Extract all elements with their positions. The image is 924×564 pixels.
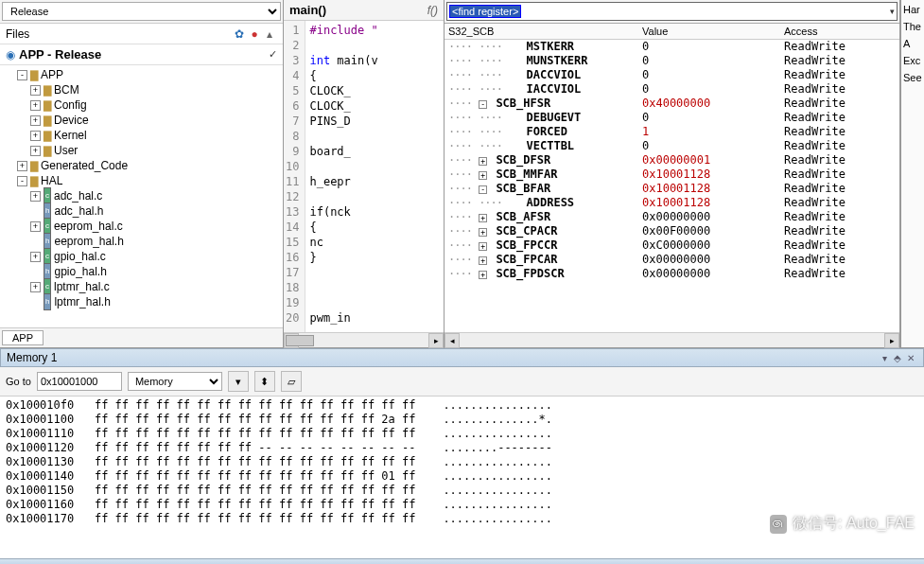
tree-item[interactable]: hlptmr_hal.h [4, 294, 279, 309]
reg-toggle[interactable]: - [479, 185, 487, 194]
tree-toggle[interactable]: + [30, 115, 41, 126]
register-row[interactable]: ···· + SCB_FPCAR0x00000000ReadWrite [445, 253, 899, 267]
folder-icon: ▇ [44, 82, 51, 97]
tree-item[interactable]: -▇APP [4, 67, 279, 82]
register-row[interactable]: ···· ···· DEBUGEVT0ReadWrite [445, 111, 899, 125]
tree-toggle[interactable]: + [30, 221, 41, 232]
tree-toggle[interactable]: + [30, 85, 41, 96]
reg-toggle[interactable]: + [479, 228, 487, 237]
register-row[interactable]: ···· + SCB_FPCCR0xC0000000ReadWrite [445, 238, 899, 253]
tree-item[interactable]: hgpio_hal.h [4, 264, 279, 279]
find-register-select[interactable]: <find register> ▾ [446, 2, 898, 21]
toolbar-btn-2[interactable]: ⏥ [281, 371, 302, 392]
scroll-right-icon[interactable]: ▸ [428, 333, 444, 348]
scroll-thumb[interactable] [286, 335, 314, 346]
memory-view-select[interactable]: Memory [128, 372, 222, 391]
tree-toggle[interactable]: + [30, 252, 41, 262]
memory-row[interactable]: 0x10001110 ff ff ff ff ff ff ff ff ff ff… [6, 427, 918, 441]
chevron-down-icon[interactable]: ▾ [890, 7, 895, 16]
files-label: Files [6, 27, 232, 41]
reg-toggle[interactable]: + [479, 171, 487, 180]
tree-item[interactable]: +cgpio_hal.c [4, 249, 279, 264]
tree-label: Generated_Code [41, 158, 128, 173]
code-hscroll[interactable]: ◂ ▸ [284, 332, 444, 347]
dropdown-button[interactable]: ▾ [228, 371, 249, 392]
tree-item[interactable]: hadc_hal.h [4, 203, 279, 219]
register-row[interactable]: ···· + SCB_DFSR0x00000001ReadWrite [445, 153, 899, 167]
tab-app[interactable]: APP [2, 330, 44, 345]
tree-item[interactable]: heeprom_hal.h [4, 234, 279, 249]
folder-icon: ▇ [30, 67, 38, 82]
memory-panel: Memory 1 ▾ ⬘ ✕ Go to Memory ▾ ⬍ ⏥ 0x1000… [0, 348, 924, 558]
register-row[interactable]: ···· ···· VECTTBL0ReadWrite [445, 139, 899, 153]
register-row[interactable]: ···· - SCB_HFSR0x40000000ReadWrite [445, 97, 899, 111]
memory-row[interactable]: 0x10001100 ff ff ff ff ff ff ff ff ff ff… [6, 413, 918, 427]
tree-item[interactable]: +▇Generated_Code [4, 158, 279, 173]
tree-toggle[interactable]: + [30, 282, 41, 292]
tree-toggle[interactable]: + [17, 161, 27, 171]
tree-item[interactable]: +▇Config [4, 97, 279, 113]
tree-toggle[interactable]: - [17, 176, 27, 186]
release-select[interactable]: Release [2, 2, 281, 21]
tree-label: adc_hal.c [54, 188, 102, 203]
memory-dump[interactable]: 0x100010f0 ff ff ff ff ff ff ff ff ff ff… [0, 397, 924, 558]
gear-icon[interactable]: ✿ [232, 27, 247, 41]
chevron-up-icon[interactable]: ▴ [262, 27, 277, 41]
file-tree[interactable]: -▇APP+▇BCM+▇Config+▇Device+▇Kernel+▇User… [0, 65, 283, 327]
goto-address-input[interactable] [37, 372, 122, 391]
tree-toggle[interactable]: + [30, 146, 41, 156]
tree-toggle[interactable]: + [30, 100, 41, 111]
memory-row[interactable]: 0x10001120 ff ff ff ff ff ff ff ff -- --… [6, 441, 918, 455]
reg-toggle[interactable]: + [479, 271, 487, 279]
register-row[interactable]: ···· ···· MUNSTKERR0ReadWrite [445, 54, 899, 68]
register-row[interactable]: ···· + SCB_AFSR0x00000000ReadWrite [445, 210, 899, 224]
code-lines[interactable]: #include "int main(v{ CLOCK_ CLOCK_ PINS… [305, 21, 381, 332]
reg-toggle[interactable]: + [479, 256, 487, 265]
register-row[interactable]: ···· - SCB_BFAR0x10001128ReadWrite [445, 182, 899, 196]
memory-row[interactable]: 0x10001170 ff ff ff ff ff ff ff ff ff ff… [6, 512, 918, 526]
memory-row[interactable]: 0x10001130 ff ff ff ff ff ff ff ff ff ff… [6, 455, 918, 469]
tree-item[interactable]: +▇User [4, 143, 279, 158]
tree-item[interactable]: +▇Kernel [4, 128, 279, 143]
scroll-right-icon[interactable]: ▸ [884, 333, 899, 348]
reg-hscroll[interactable]: ◂ ▸ [445, 332, 899, 347]
check-icon: ✓ [269, 48, 277, 61]
register-row[interactable]: ···· ···· DACCVIOL0ReadWrite [445, 68, 899, 82]
project-title[interactable]: APP - Release [19, 47, 101, 62]
code-panel: main() f() 12345678910111213141516171819… [284, 0, 445, 347]
reg-toggle[interactable]: + [479, 214, 487, 222]
tree-item[interactable]: +ceeprom_hal.c [4, 219, 279, 234]
tree-item[interactable]: +cadc_hal.c [4, 188, 279, 203]
register-row[interactable]: ···· + SCB_MMFAR0x10001128ReadWrite [445, 167, 899, 182]
register-row[interactable]: ···· ···· IACCVIOL0ReadWrite [445, 82, 899, 97]
register-row[interactable]: ···· ···· ADDRESS0x10001128ReadWrite [445, 196, 899, 210]
memory-row[interactable]: 0x10001150 ff ff ff ff ff ff ff ff ff ff… [6, 484, 918, 498]
memory-row[interactable]: 0x10001140 ff ff ff ff ff ff ff ff ff ff… [6, 469, 918, 484]
tree-item[interactable]: +clptmr_hal.c [4, 279, 279, 294]
tree-toggle[interactable]: + [30, 131, 41, 141]
record-icon[interactable]: ● [247, 27, 262, 41]
toolbar-btn-1[interactable]: ⬍ [254, 371, 275, 392]
memory-row[interactable]: 0x10001160 ff ff ff ff ff ff ff ff ff ff… [6, 498, 918, 512]
close-icon[interactable]: ✕ [904, 353, 917, 363]
dropdown-icon[interactable]: ▾ [878, 353, 891, 363]
register-row[interactable]: ···· + SCB_FPDSCR0x00000000ReadWrite [445, 267, 899, 281]
tree-label: eeprom_hal.c [54, 219, 123, 234]
memory-row[interactable]: 0x100010f0 ff ff ff ff ff ff ff ff ff ff… [6, 398, 918, 413]
tree-item[interactable]: +▇BCM [4, 82, 279, 97]
register-rows[interactable]: ···· ···· MSTKERR0ReadWrite···· ···· MUN… [445, 40, 899, 332]
pin-icon[interactable]: ⬘ [891, 353, 904, 363]
tree-item[interactable]: +▇Device [4, 113, 279, 128]
tree-toggle[interactable]: - [17, 70, 27, 80]
scroll-left-icon[interactable]: ◂ [445, 333, 460, 348]
reg-toggle[interactable]: + [479, 157, 487, 166]
fx-icon[interactable]: f() [427, 4, 438, 17]
register-row[interactable]: ···· + SCB_CPACR0x00F00000ReadWrite [445, 224, 899, 238]
reg-toggle[interactable]: + [479, 242, 487, 251]
tree-toggle[interactable]: + [30, 191, 41, 202]
register-row[interactable]: ···· ···· MSTKERR0ReadWrite [445, 40, 899, 54]
bottom-splitter[interactable] [0, 558, 924, 564]
tree-item[interactable]: -▇HAL [4, 173, 279, 188]
reg-toggle[interactable]: - [479, 100, 487, 109]
register-row[interactable]: ···· ···· FORCED1ReadWrite [445, 125, 899, 139]
